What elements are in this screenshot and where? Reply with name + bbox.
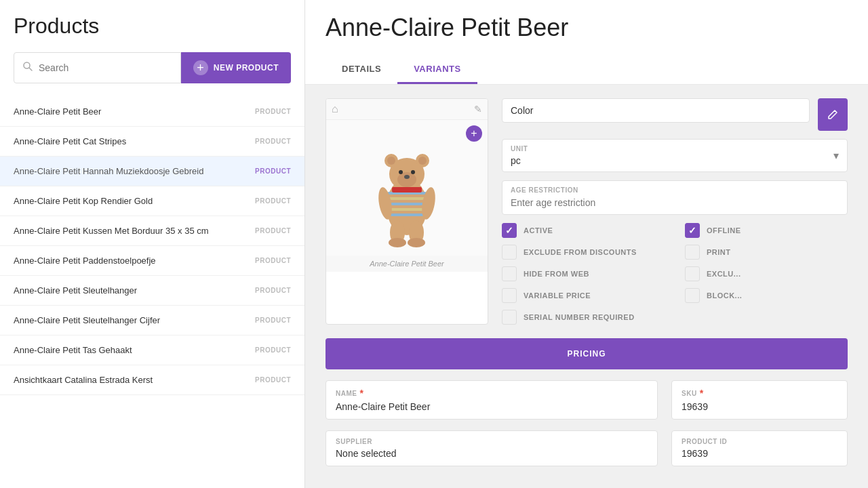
checkbox-box[interactable] bbox=[502, 288, 517, 303]
product-item-badge: PRODUCT bbox=[255, 197, 291, 205]
search-input[interactable] bbox=[39, 62, 172, 73]
checkbox-item: SERIAL NUMBER REQUIRED bbox=[502, 310, 665, 325]
checkbox-box[interactable] bbox=[502, 245, 517, 260]
checkbox-item: BLOCK... bbox=[685, 288, 848, 303]
product-item-name: Anne-Claire Petit Cat Stripes bbox=[14, 136, 126, 146]
unit-label: UNIT bbox=[511, 145, 833, 152]
content-area: ⌂ ✎ bbox=[305, 85, 868, 488]
sku-name-row: NAME * Anne-Claire Petit Beer SKU * 1963… bbox=[326, 380, 848, 420]
product-item-badge: PRODUCT bbox=[255, 317, 291, 324]
product-item-badge: PRODUCT bbox=[255, 227, 291, 235]
checkbox-label: BLOCK... bbox=[707, 291, 742, 300]
bear-illustration bbox=[370, 125, 444, 251]
unit-value: pc bbox=[511, 155, 833, 166]
product-item-badge: PRODUCT bbox=[255, 376, 291, 384]
left-panel: Products + NEW PRODUCT Anne-Claire Petit… bbox=[0, 0, 305, 488]
checkbox-box[interactable] bbox=[685, 223, 700, 238]
checkbox-item: PRINT bbox=[685, 245, 848, 260]
checkbox-label: EXCLU... bbox=[707, 270, 741, 278]
checkbox-grid: ACTIVE OFFLINE EXCLUDE FROM DISCOUNTS PR… bbox=[502, 223, 848, 325]
image-caption: Anne-Claire Petit Beer bbox=[326, 256, 488, 272]
svg-rect-14 bbox=[388, 203, 426, 205]
unit-field[interactable]: UNIT pc ▾ bbox=[502, 139, 848, 172]
home-icon[interactable]: ⌂ bbox=[332, 103, 338, 115]
new-product-button[interactable]: + NEW PRODUCT bbox=[181, 52, 291, 83]
product-list-item[interactable]: Anne-Claire Petit Kussen Met Borduur 35 … bbox=[0, 216, 304, 246]
product-item-name: Anne-Claire Petit Beer bbox=[14, 106, 101, 117]
age-restriction-input[interactable] bbox=[511, 197, 839, 208]
product-list-item[interactable]: Anne-Claire Petit Cat Stripes PRODUCT bbox=[0, 127, 304, 157]
product-list-item[interactable]: Anne-Claire Petit Beer PRODUCT bbox=[0, 97, 304, 127]
checkbox-label: ACTIVE bbox=[524, 226, 553, 235]
pricing-button[interactable]: PRICING bbox=[326, 338, 848, 369]
supplier-productid-row: SUPPLIER None selected PRODUCT ID 19639 bbox=[326, 430, 848, 466]
product-list-item[interactable]: Anne-Claire Petit Sleutelhanger Cijfer P… bbox=[0, 306, 304, 336]
product-list-item[interactable]: Anne-Claire Petit Kop Rendier Gold PRODU… bbox=[0, 186, 304, 216]
checkbox-item: OFFLINE bbox=[685, 223, 848, 238]
checkbox-item: EXCLUDE FROM DISCOUNTS bbox=[502, 245, 665, 260]
svg-point-23 bbox=[408, 238, 425, 247]
color-label: Color bbox=[511, 105, 533, 116]
svg-rect-13 bbox=[388, 197, 426, 200]
dropdown-arrow-icon: ▾ bbox=[833, 149, 839, 162]
product-list-item[interactable]: Anne-Claire Petit Sleutelhanger PRODUCT bbox=[0, 276, 304, 306]
required-indicator: * bbox=[359, 388, 363, 399]
age-restriction-field: AGE RESTRICTION bbox=[502, 180, 848, 215]
page-title: Products bbox=[14, 14, 291, 39]
product-image-area: + bbox=[326, 120, 488, 256]
svg-point-11 bbox=[404, 175, 410, 179]
checkbox-item: ACTIVE bbox=[502, 223, 665, 238]
tab-details[interactable]: DETAILS bbox=[326, 56, 397, 84]
checkbox-box[interactable] bbox=[685, 266, 700, 281]
color-field: Color bbox=[502, 98, 810, 123]
product-id-label: PRODUCT ID bbox=[682, 438, 837, 445]
svg-point-9 bbox=[399, 170, 403, 174]
sku-label: SKU * bbox=[682, 388, 837, 399]
age-restriction-label: AGE RESTRICTION bbox=[511, 186, 839, 194]
svg-line-1 bbox=[29, 68, 32, 70]
supplier-value: None selected bbox=[336, 448, 648, 459]
product-item-name: Anne-Claire Petit Sleutelhanger bbox=[14, 285, 137, 296]
svg-rect-16 bbox=[388, 214, 426, 216]
svg-rect-15 bbox=[388, 208, 426, 211]
checkbox-box[interactable] bbox=[685, 245, 700, 260]
product-item-badge: PRODUCT bbox=[255, 138, 291, 145]
product-item-name: Anne-Claire Petit Kop Rendier Gold bbox=[14, 196, 153, 206]
svg-point-8 bbox=[397, 172, 416, 187]
checkbox-label: OFFLINE bbox=[707, 226, 741, 235]
checkbox-label: VARIABLE PRICE bbox=[524, 291, 591, 300]
svg-rect-17 bbox=[392, 187, 422, 192]
right-header: Anne-Claire Petit Beer DETAILSVARIANTS bbox=[305, 0, 868, 85]
product-list-item[interactable]: Anne-Claire Petit Tas Gehaakt PRODUCT bbox=[0, 336, 304, 365]
name-value: Anne-Claire Petit Beer bbox=[336, 401, 648, 412]
new-product-label: NEW PRODUCT bbox=[214, 63, 279, 73]
checkbox-label: SERIAL NUMBER REQUIRED bbox=[524, 313, 635, 321]
search-bar: + NEW PRODUCT bbox=[14, 52, 291, 83]
edit-pen-icon bbox=[827, 109, 838, 120]
left-header: Products + NEW PRODUCT bbox=[0, 0, 304, 97]
color-edit-button[interactable] bbox=[818, 98, 848, 131]
tab-variants[interactable]: VARIANTS bbox=[397, 56, 477, 84]
product-item-badge: PRODUCT bbox=[255, 346, 291, 354]
name-field: NAME * Anne-Claire Petit Beer bbox=[326, 380, 658, 420]
plus-icon: + bbox=[193, 60, 208, 75]
checkbox-box[interactable] bbox=[502, 310, 517, 325]
product-list-item[interactable]: Anne-Claire Petit Hannah Muziekdoosje Ge… bbox=[0, 157, 304, 186]
product-detail-title: Anne-Claire Petit Beer bbox=[326, 14, 848, 42]
image-card-toolbar: ⌂ ✎ bbox=[326, 99, 488, 120]
attributes-panel: Color UNIT pc ▾ bbox=[502, 98, 848, 325]
checkbox-box[interactable] bbox=[685, 288, 700, 303]
product-list-item[interactable]: Ansichtkaart Catalina Estrada Kerst PROD… bbox=[0, 365, 304, 395]
unit-row: UNIT pc ▾ bbox=[502, 139, 848, 172]
svg-point-7 bbox=[418, 157, 427, 165]
edit-icon[interactable]: ✎ bbox=[474, 104, 482, 115]
checkbox-box[interactable] bbox=[502, 223, 517, 238]
checkbox-item: HIDE FROM WEB bbox=[502, 266, 665, 281]
product-item-badge: PRODUCT bbox=[255, 108, 291, 115]
product-list-item[interactable]: Anne-Claire Petit Paddenstoelpoefje PROD… bbox=[0, 246, 304, 276]
checkbox-box[interactable] bbox=[502, 266, 517, 281]
product-item-badge: PRODUCT bbox=[255, 167, 291, 175]
checkbox-item: EXCLU... bbox=[685, 266, 848, 281]
add-image-button[interactable]: + bbox=[466, 125, 482, 142]
product-item-name: Anne-Claire Petit Kussen Met Borduur 35 … bbox=[14, 226, 209, 236]
